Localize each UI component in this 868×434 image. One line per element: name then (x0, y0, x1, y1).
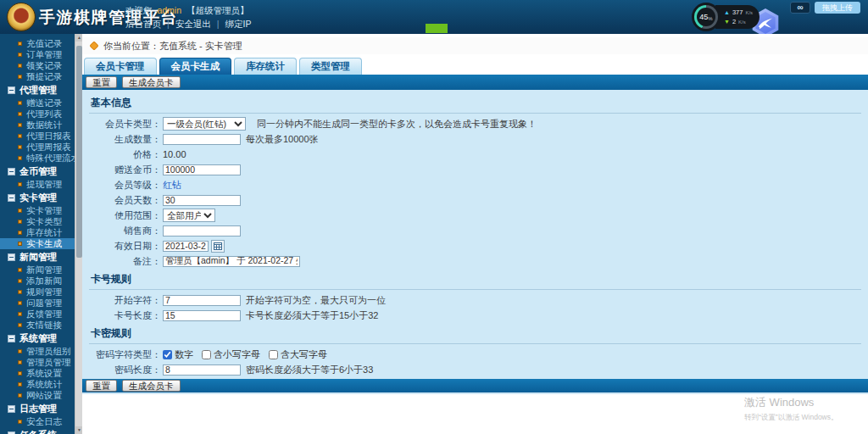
card-length-input[interactable] (163, 310, 241, 321)
sidebar-item[interactable]: 代理日报表 (0, 131, 75, 142)
sidebar-item[interactable]: 管理员组别 (0, 346, 75, 357)
sidebar-group-label: 新闻管理 (19, 251, 57, 264)
bullet-icon (18, 145, 22, 149)
sidebar-item-label: 规则管理 (26, 287, 62, 298)
sidebar-item[interactable]: 安全日志 (0, 416, 75, 427)
sidebar-group-logs[interactable]: 日志管理 (0, 403, 75, 415)
sidebar-group-cards[interactable]: 实卡管理 (0, 192, 75, 204)
section-card-password-rules: 卡密规则 (89, 323, 861, 344)
scope-select[interactable]: 全部用户 (163, 209, 215, 222)
tab-stock-stats[interactable]: 库存统计 (234, 58, 297, 75)
start-char-input[interactable] (163, 295, 241, 306)
sidebar-item-label: 系统设置 (26, 368, 62, 380)
breadcrumb: 你当前位置：充值系统 - 实卡管理 (82, 37, 868, 54)
sidebar-item-label: 问题管理 (26, 298, 62, 309)
tab-member-card-generate[interactable]: 会员卡生成 (159, 58, 232, 75)
bullet-icon (18, 53, 22, 57)
bullet-icon (18, 382, 22, 387)
bullet-icon (18, 112, 22, 116)
sidebar-group-system[interactable]: 系统管理 (0, 332, 75, 345)
sidebar-item[interactable]: 提现管理 (0, 179, 75, 190)
sidebar-item[interactable]: 预提记录 (0, 71, 75, 82)
remark-input[interactable] (163, 256, 300, 267)
bottom-toolbar: 重置 生成会员卡 (82, 379, 868, 394)
sidebar-group-coins[interactable]: 金币管理 (0, 165, 75, 178)
network-monitor-widget[interactable]: 45% ▲ 377 K/s ▼ 2 K/s (692, 3, 760, 31)
location-icon (89, 41, 98, 50)
sidebar-item-label: 网站设置 (26, 390, 62, 402)
sidebar-item[interactable]: 实卡类型 (0, 216, 75, 227)
sidebar-item[interactable]: 网站设置 (0, 390, 75, 401)
tab-type-manage[interactable]: 类型管理 (299, 58, 362, 75)
card-length-hint: 卡号长度必须大于等于15小于32 (246, 309, 378, 322)
sidebar-group-label: 任务系统 (19, 429, 57, 434)
download-arrow-icon: ▼ (724, 19, 730, 25)
sidebar-item-label: 代理列表 (26, 108, 62, 120)
lowercase-checkbox[interactable] (202, 350, 211, 359)
sidebar-item[interactable]: 数据统计 (0, 120, 75, 131)
reset-button[interactable]: 重置 (86, 76, 117, 88)
sidebar-item[interactable]: 管理员管理 (0, 357, 75, 368)
generate-card-button-bottom[interactable]: 生成会员卡 (122, 380, 181, 392)
sidebar-item-label: 领奖记录 (26, 60, 62, 72)
field-label: 卡号长度： (89, 309, 161, 322)
sidebar-item[interactable]: 系统设置 (0, 368, 75, 379)
home-link[interactable]: 后台首页 (125, 19, 161, 31)
reset-button-bottom[interactable]: 重置 (86, 380, 117, 392)
field-start-char: 开始字符： 开始字符可为空，最大只可为一位 (89, 292, 861, 308)
scrollbar-thumb[interactable] (76, 46, 82, 258)
sidebar-item[interactable]: 订单管理 (0, 49, 75, 60)
sidebar-item[interactable]: 问题管理 (0, 298, 75, 309)
sidebar-item[interactable]: 添加新闻 (0, 275, 75, 287)
sidebar-group-tasks[interactable]: 任务系统 (0, 429, 75, 434)
card-type-select[interactable]: 一级会员(红钻) (163, 117, 246, 131)
bullet-icon (18, 242, 22, 246)
member-days-input[interactable] (163, 195, 241, 206)
gauge-percent-suffix: % (708, 16, 712, 21)
field-member-days: 会员天数： (89, 192, 861, 208)
sidebar-item[interactable]: 赠送记录 (0, 97, 75, 108)
sidebar-item[interactable]: 特殊代理流水 (0, 153, 75, 164)
sidebar-item[interactable]: 充值记录 (0, 38, 75, 49)
sidebar-group-news[interactable]: 新闻管理 (0, 251, 75, 264)
sidebar-item[interactable]: 代理列表 (0, 108, 75, 120)
sidebar-item[interactable]: 领奖记录 (0, 60, 75, 71)
sidebar-item[interactable]: 代理周报表 (0, 142, 75, 153)
calendar-icon[interactable] (211, 240, 225, 253)
pwd-length-input[interactable] (163, 364, 241, 376)
sidebar-nav: 充值记录 订单管理 领奖记录 预提记录 代理管理 赠送记录 代理列表 数据统计 … (0, 34, 75, 434)
sidebar-item[interactable]: 实卡管理 (0, 205, 75, 216)
valid-date-input[interactable] (163, 241, 209, 252)
digit-checkbox[interactable] (163, 350, 172, 359)
network-speeds: ▲ 377 K/s ▼ 2 K/s (715, 5, 760, 29)
collapse-icon (8, 335, 15, 342)
sidebar-group-agent[interactable]: 代理管理 (0, 84, 75, 97)
sidebar-item[interactable]: 反馈管理 (0, 309, 75, 320)
logout-link[interactable]: 安全退出 (161, 19, 211, 31)
generate-card-button[interactable]: 生成会员卡 (122, 76, 181, 88)
bullet-icon (18, 64, 22, 68)
bullet-icon (18, 42, 22, 46)
sidebar-item-label: 安全日志 (26, 416, 62, 428)
sidebar-item[interactable]: 规则管理 (0, 287, 75, 298)
sidebar-item[interactable]: 新闻管理 (0, 264, 75, 275)
field-label: 会员卡类型： (89, 118, 161, 131)
member-level-link[interactable]: 红钻 (163, 179, 181, 192)
field-label: 开始字符： (89, 294, 161, 307)
field-scope: 使用范围： 全部用户 (89, 208, 861, 223)
sidebar-group-label: 系统管理 (19, 332, 57, 345)
sidebar-group-label: 日志管理 (19, 403, 57, 415)
gift-coins-input[interactable] (163, 164, 241, 175)
sidebar-scrollbar[interactable]: ▲ ▼ (75, 34, 82, 434)
sidebar-item[interactable]: 系统统计 (0, 379, 75, 390)
sidebar-item[interactable]: 友情链接 (0, 320, 75, 331)
sidebar-item[interactable]: 库存统计 (0, 227, 75, 238)
bind-ip-link[interactable]: 绑定IP (211, 19, 252, 31)
seller-input[interactable] (163, 225, 241, 236)
quantity-input[interactable] (163, 134, 241, 145)
infinity-icon[interactable]: ∞ (790, 2, 810, 14)
uppercase-checkbox[interactable] (269, 350, 278, 359)
tab-member-card-manage[interactable]: 会员卡管理 (84, 58, 157, 75)
sidebar-item-active[interactable]: 实卡生成 (0, 238, 75, 249)
drag-upload-button[interactable]: 拖拽上传 (815, 2, 860, 14)
